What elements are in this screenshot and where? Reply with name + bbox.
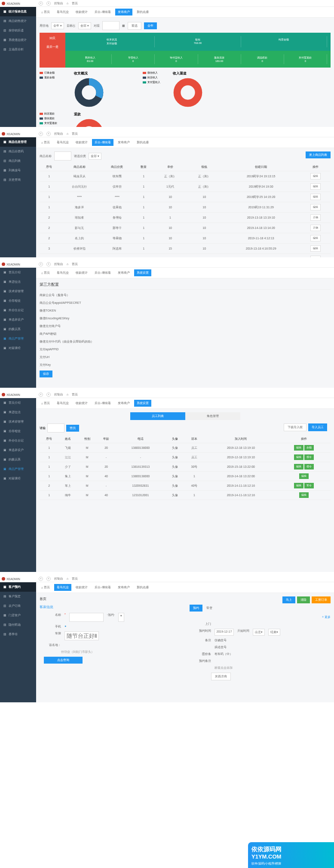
tab-2[interactable]: 收款统计: [73, 9, 90, 15]
filter-sel-2[interactable]: 全部 ▾: [78, 22, 91, 29]
query-button[interactable]: 点击查询: [44, 657, 83, 664]
import-button[interactable]: 导入员工: [308, 423, 327, 431]
nav-fwd-icon[interactable]: ›: [46, 1, 51, 6]
stat-teal: 收支状况支付金额核实763.00纯营金额: [65, 33, 331, 51]
action-button[interactable]: 余额: [304, 445, 314, 451]
home-icon[interactable]: ⌂: [67, 2, 68, 5]
date-input[interactable]: [102, 21, 120, 30]
sidebar-item-1[interactable]: ▤客户预定: [0, 592, 36, 601]
sidebar-item-i9[interactable]: ▣对最课经: [0, 474, 36, 483]
action-button[interactable]: 军令: [304, 483, 314, 488]
sidebar-item-i8[interactable]: ▣商品产管理: [0, 464, 36, 474]
nav-back-icon[interactable]: ‹: [39, 132, 43, 136]
date-select[interactable]: 2019-12-17: [214, 629, 234, 636]
btn-prev[interactable]: 前选: [128, 22, 141, 30]
sidebar-item-4[interactable]: ▧历史查询: [0, 175, 36, 185]
action-button[interactable]: 编辑: [294, 445, 303, 451]
tab-3[interactable]: 后台-继续看: [92, 9, 113, 15]
action-button[interactable]: 编辑: [299, 473, 309, 479]
sidebar-item-3[interactable]: ▦门店管户: [0, 611, 36, 620]
action-button[interactable]: 假令: [304, 454, 314, 460]
sidebar-item-2[interactable]: ▥按营销后遗: [0, 26, 36, 35]
sidebar-item-i4[interactable]: ▣分存程使: [0, 426, 36, 436]
sidebar-item-3[interactable]: ▦系统信息统计: [0, 35, 36, 45]
sidebar-item-5[interactable]: ▨番季传: [0, 630, 36, 639]
edit-button[interactable]: 编辑: [310, 183, 321, 190]
edit-button[interactable]: 正确: [310, 225, 321, 231]
gray-button[interactable]: 灰西济商: [211, 673, 231, 680]
edit-button[interactable]: 编辑: [310, 245, 321, 252]
action-button[interactable]: 编辑: [299, 492, 309, 498]
tab-1[interactable]: 看马托业: [54, 9, 71, 15]
sidebar-item-4[interactable]: ▧隐付药场: [0, 620, 36, 630]
sidebar-item-2[interactable]: ▥农户订商: [0, 601, 36, 611]
sidebar-item-i3[interactable]: ▣技术排管理: [0, 287, 36, 296]
calendar-icon[interactable]: ▦: [122, 24, 125, 28]
config-line: 支付apiAPPID: [40, 347, 331, 352]
subtab-roles[interactable]: 角色管理: [185, 412, 240, 420]
action-button[interactable]: 编辑: [294, 464, 303, 470]
edit-button[interactable]: 正确: [310, 214, 321, 221]
name-input[interactable]: [69, 613, 104, 622]
sidebar-item-2[interactable]: ▥商品列表: [0, 156, 36, 166]
wechat-icon[interactable]: ●: [64, 624, 66, 629]
sidebar-item-i7[interactable]: ▣的极员系: [0, 324, 36, 334]
action-button[interactable]: 假令: [304, 464, 314, 470]
table-row: 1********110102019药学25 14:15:20编辑: [40, 192, 331, 202]
sidebar-item-i3[interactable]: ▣技术排管理: [0, 417, 36, 426]
sidebar-item-3[interactable]: ▦列表挂号: [0, 166, 36, 175]
col-header: 单价: [153, 163, 187, 171]
search-input[interactable]: [47, 423, 64, 432]
col-header: 领低: [187, 163, 221, 171]
edit-button[interactable]: 编辑: [310, 173, 321, 179]
action-button[interactable]: 编辑: [294, 483, 303, 488]
search-button[interactable]: 查找: [66, 425, 79, 432]
edit-button[interactable]: 编辑: [310, 194, 321, 200]
cat-select[interactable]: 全部 ▾: [89, 153, 101, 160]
col-header: 操作: [301, 163, 331, 171]
btn-year[interactable]: 金年: [144, 22, 157, 29]
tab-booking[interactable]: 预约: [190, 605, 202, 612]
download-template-button[interactable]: 下载导入模: [284, 423, 306, 431]
more-link[interactable]: + 更多: [190, 615, 331, 619]
sidebar-item-1[interactable]: ▤商品销售统计: [0, 16, 36, 26]
save-button[interactable]: 保存: [40, 371, 52, 377]
sidebar-item-1[interactable]: ▤商品分类码: [0, 147, 36, 156]
edit-button[interactable]: 编辑: [310, 235, 321, 241]
tab-active[interactable]: 系统设置: [134, 269, 151, 276]
tab-active[interactable]: 后台-继续看: [92, 139, 113, 146]
nav-fwd-icon[interactable]: ›: [46, 132, 51, 136]
sidebar-item-i5[interactable]: ▣外分住台记: [0, 306, 36, 315]
tab-home[interactable]: ⌂ 首页: [39, 9, 52, 15]
console-link[interactable]: 控制台: [54, 1, 63, 6]
sidebar-item-i1[interactable]: ▣首页介绍: [0, 398, 36, 408]
sidebar-item-i1[interactable]: ▣首页介绍: [0, 268, 36, 277]
sidebar-item-i4[interactable]: ▣分存程使: [0, 296, 36, 306]
tab-active[interactable]: 看马托业: [54, 584, 71, 591]
tab-4[interactable]: 发布商户: [115, 9, 132, 15]
sidebar-item-i5[interactable]: ▣外分住台记: [0, 436, 36, 445]
sidebar-item-i2[interactable]: ▣来进位法: [0, 277, 36, 287]
sidebar-item-i6[interactable]: ▣来选养设户: [0, 315, 36, 324]
btn-order[interactable]: 工资订单: [312, 596, 331, 603]
sidebar-item-i6[interactable]: ▣来选养设户: [0, 445, 36, 455]
sidebar-item-i7[interactable]: ▣的极员系: [0, 455, 36, 464]
btn-clear[interactable]: 清除: [297, 596, 310, 603]
plate-input[interactable]: [64, 631, 99, 640]
add-product-button[interactable]: 发上商品列表: [306, 151, 331, 158]
home-link[interactable]: 首页: [72, 1, 78, 6]
action-button[interactable]: 编辑: [294, 454, 303, 460]
sidebar-item-4[interactable]: ▧主场景分析: [0, 45, 36, 54]
name-input[interactable]: [54, 151, 71, 161]
tab-5[interactable]: 新的点播: [134, 9, 151, 15]
sidebar-item-i9[interactable]: ▣对最课经: [0, 343, 36, 353]
edit-button[interactable]: 编辑: [310, 256, 321, 257]
nav-back-icon[interactable]: ‹: [39, 1, 43, 6]
edit-button[interactable]: 编辑: [310, 204, 321, 210]
filter-sel-1[interactable]: 金年 ▾: [51, 22, 64, 29]
subtab-employees[interactable]: 员工列表: [130, 412, 185, 420]
sidebar-item-i2[interactable]: ▣来进位法: [0, 408, 36, 417]
btn-now[interactable]: 马上: [282, 596, 295, 603]
sidebar-item-i8[interactable]: ▣商品产管理: [0, 334, 36, 343]
tab-home[interactable]: ⌂ 首页: [39, 139, 52, 146]
